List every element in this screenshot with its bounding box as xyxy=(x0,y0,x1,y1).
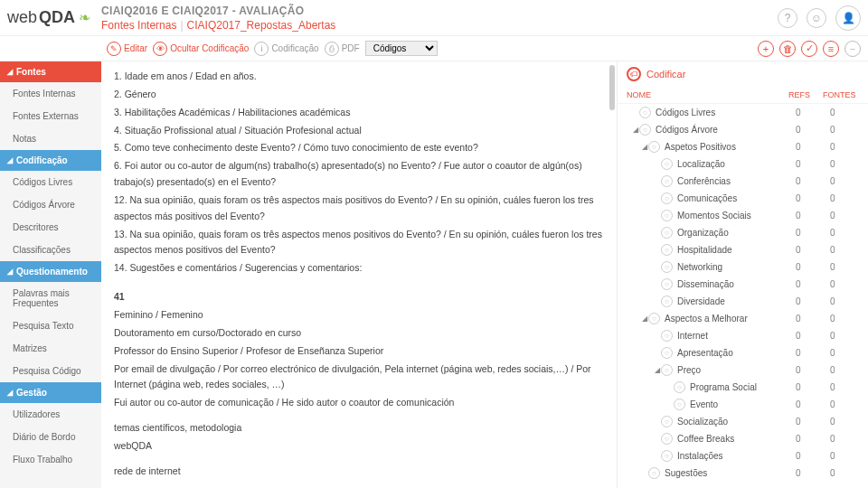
tree-node[interactable]: ○Disseminação00 xyxy=(618,276,868,293)
tree-node[interactable]: ○Momentos Sociais00 xyxy=(618,207,868,224)
sidebar-item[interactable]: Diário de Bordo xyxy=(0,426,101,448)
question-2: 2. Género xyxy=(114,87,604,103)
sidebar-item[interactable]: Classificações xyxy=(0,239,101,261)
node-label: Apresentação xyxy=(677,348,796,358)
sidebar-item[interactable]: Pesquisa Texto xyxy=(0,314,101,337)
node-label: Hospitalidade xyxy=(677,245,796,255)
tree-node[interactable]: ◢○Aspectos a Melhorar00 xyxy=(618,310,868,327)
sidebar-item[interactable]: Fontes Externas xyxy=(0,105,101,127)
node-fontes: 0 xyxy=(830,365,859,375)
sidebar-item[interactable]: Códigos Árvore xyxy=(0,193,101,216)
tree-node[interactable]: ○Sugestões00 xyxy=(618,465,868,482)
node-fontes: 0 xyxy=(830,228,859,238)
resp-age: 41 xyxy=(114,289,604,305)
pdf-button[interactable]: ⎙PDF xyxy=(325,42,360,56)
coding-button[interactable]: iCodificação xyxy=(254,42,318,56)
avatar[interactable]: 👤 xyxy=(835,5,861,31)
node-refs: 0 xyxy=(796,279,830,289)
document-content[interactable]: 1. Idade em anos / Edad en años. 2. Géne… xyxy=(101,61,617,488)
node-fontes: 0 xyxy=(830,399,859,409)
breadcrumb-link-2[interactable]: CIAIQ2017_Repostas_Abertas xyxy=(187,19,336,32)
tree-node[interactable]: ○Organização00 xyxy=(618,224,868,241)
node-label: Aspetos Positivos xyxy=(665,142,796,152)
col-refs[interactable]: REFS xyxy=(788,90,823,99)
codes-select[interactable]: Códigos xyxy=(365,41,438,56)
tree-node[interactable]: ○Comunicações00 xyxy=(618,190,868,207)
tree-node[interactable]: ◢○Códigos Árvore00 xyxy=(618,121,868,138)
tree-node[interactable]: ○Localização00 xyxy=(618,155,868,173)
col-nome[interactable]: NOME xyxy=(627,90,788,99)
node-refs: 0 xyxy=(796,211,830,221)
tree-node[interactable]: ○Socialização00 xyxy=(618,413,868,430)
help-icon[interactable]: ? xyxy=(778,8,797,28)
logo-qda: QDA xyxy=(39,8,75,27)
sidebar-item[interactable]: Matrizes xyxy=(0,337,101,360)
node-refs: 0 xyxy=(796,108,830,117)
node-icon: ○ xyxy=(674,399,685,410)
node-fontes: 0 xyxy=(830,245,859,255)
tree-node[interactable]: ○Conferências00 xyxy=(618,173,868,190)
add-button[interactable]: + xyxy=(758,41,774,57)
node-label: Coffee Breaks xyxy=(677,434,796,444)
check-button[interactable]: ✓ xyxy=(801,41,817,57)
node-label: Conferências xyxy=(677,176,796,186)
scrollbar[interactable] xyxy=(609,65,615,110)
leaf-icon: ❧ xyxy=(79,9,90,26)
sidebar-item[interactable]: Notas xyxy=(0,127,101,150)
tree-toggle-icon[interactable]: ◢ xyxy=(632,126,639,134)
tree-node[interactable]: ○Programa Social00 xyxy=(618,379,868,396)
project-title: CIAIQ2016 E CIAIQ2017 - AVALIAÇÃO xyxy=(101,5,778,17)
node-refs: 0 xyxy=(796,125,830,135)
tree-toggle-icon[interactable]: ◢ xyxy=(641,314,648,323)
node-label: Sugestões xyxy=(665,468,796,478)
coding-panel: 🏷 Codificar NOME REFS FONTES ○Códigos Li… xyxy=(617,61,868,488)
node-label: Comunicações xyxy=(677,193,796,203)
tree-node[interactable]: ◢○Aspetos Positivos00 xyxy=(618,138,868,155)
tree-node[interactable]: ○Diversidade00 xyxy=(618,293,868,310)
sidebar-item[interactable]: Fluxo Trabalho xyxy=(0,448,101,471)
node-fontes: 0 xyxy=(830,331,859,341)
node-refs: 0 xyxy=(796,296,830,306)
tree-toggle-icon[interactable]: ◢ xyxy=(654,366,661,374)
section-codificacao[interactable]: ◢Codificação xyxy=(0,150,101,171)
tree-node[interactable]: ○Instalações00 xyxy=(618,447,868,465)
collapse-button[interactable]: − xyxy=(844,41,861,57)
col-fontes[interactable]: FONTES xyxy=(823,90,859,99)
tree-node[interactable]: ○Internet00 xyxy=(618,327,868,344)
question-3: 3. Habilitações Académicas / Habilitacio… xyxy=(114,105,604,121)
profile-icon[interactable]: ☺ xyxy=(807,8,826,28)
section-fontes[interactable]: ◢Fontes xyxy=(0,61,101,82)
tree-node[interactable]: ○Hospitalidade00 xyxy=(618,241,868,258)
node-refs: 0 xyxy=(796,399,830,409)
question-1: 1. Idade em anos / Edad en años. xyxy=(114,69,604,85)
sidebar-item[interactable]: Descritores xyxy=(0,216,101,239)
logo[interactable]: webQDA❧ xyxy=(7,8,90,27)
list-button[interactable]: ≡ xyxy=(823,41,839,57)
section-gestao[interactable]: ◢Gestão xyxy=(0,382,101,403)
sidebar-item[interactable]: Palavras mais Frequentes xyxy=(0,282,101,314)
hide-coding-button[interactable]: 👁Ocultar Codificação xyxy=(153,42,249,56)
tree-node[interactable]: ○Códigos Livres00 xyxy=(618,104,868,121)
tree-node[interactable]: ○Coffee Breaks00 xyxy=(618,430,868,447)
sidebar-item[interactable]: Pesquisa Código xyxy=(0,360,101,382)
sidebar-item[interactable]: Utilizadores xyxy=(0,403,101,426)
node-refs: 0 xyxy=(796,382,830,392)
panel-columns: NOME REFS FONTES xyxy=(618,87,868,104)
caret-icon: ◢ xyxy=(7,156,13,164)
pencil-icon: ✎ xyxy=(107,42,121,56)
node-icon: ○ xyxy=(639,107,651,118)
resp-edu: Doutoramento em curso/Doctorado en curso xyxy=(114,325,604,342)
tree-node[interactable]: ◢○Preço00 xyxy=(618,361,868,379)
sidebar-item[interactable]: Fontes Internas xyxy=(0,82,101,105)
delete-button[interactable]: 🗑 xyxy=(779,41,796,57)
node-refs: 0 xyxy=(796,176,830,186)
tree-node[interactable]: ○Networking00 xyxy=(618,258,868,276)
node-fontes: 0 xyxy=(830,142,859,152)
breadcrumb-link-1[interactable]: Fontes Internas xyxy=(101,19,176,32)
edit-button[interactable]: ✎Editar xyxy=(107,42,147,56)
section-questionamento[interactable]: ◢Questionamento xyxy=(0,261,101,282)
tree-toggle-icon[interactable]: ◢ xyxy=(641,143,648,151)
sidebar-item[interactable]: Códigos Livres xyxy=(0,171,101,193)
tree-node[interactable]: ○Apresentação00 xyxy=(618,344,868,361)
tree-node[interactable]: ○Evento00 xyxy=(618,396,868,413)
